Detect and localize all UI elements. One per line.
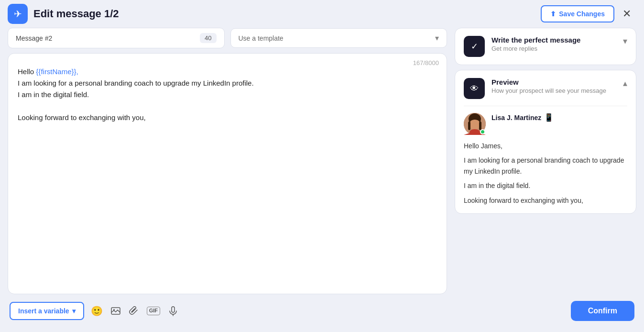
svg-rect-7 [172,307,175,312]
write-card-subtitle: Get more replies [491,45,616,52]
save-changes-button[interactable]: ⬆ Save Changes [541,5,614,22]
template-placeholder: Use a template [239,34,284,42]
main-content: Message #2 40 Use a template ▾ 167/8000 … [0,28,644,294]
svg-rect-4 [479,122,481,130]
chevron-down-icon: ▾ [435,33,439,43]
write-card-title-block: Write the perfect message Get more repli… [491,36,616,52]
editor-content: Hello {{firstName}}, I am looking for a … [18,66,437,123]
editor-column: Message #2 40 Use a template ▾ 167/8000 … [8,28,447,294]
insert-variable-button[interactable]: Insert a variable ▾ [10,302,84,320]
phone-emoji-icon: 📱 [544,113,554,122]
gif-button[interactable]: GIF [147,307,160,315]
preview-line2: I am in the digital field. [464,180,627,191]
preview-message-content: Lisa J. Martinez 📱 Hello James, I am loo… [464,113,627,206]
image-button[interactable] [110,306,121,316]
editor-line2: I am looking for a personal branding coa… [18,77,437,89]
message-label-box: Message #2 40 [8,28,225,48]
insert-variable-label: Insert a variable [18,307,69,315]
firstname-variable: {{firstName}}, [36,67,78,76]
header-left: ✈ Edit message 1/2 [8,4,119,24]
write-card-icon-box: ✓ [464,36,485,57]
write-perfect-message-card: ✓ Write the perfect message Get more rep… [455,28,636,65]
close-button[interactable]: ✕ [619,6,634,22]
preview-line3: Looking forward to exchanging with you, [464,195,627,206]
write-card-collapse-icon[interactable]: ▾ [623,36,627,46]
preview-card-collapse-icon[interactable]: ▴ [623,78,627,89]
preview-name-row: Lisa J. Martinez 📱 [491,113,554,122]
preview-card: 👁 Preview How your prospect will see you… [455,70,636,214]
emoji-button[interactable]: 🙂 [91,305,103,317]
editor-line3: I am in the digital field. [18,89,437,100]
preview-card-header: 👁 Preview How your prospect will see you… [464,78,627,106]
gif-label: GIF [147,307,160,315]
chevron-down-icon: ▾ [72,307,76,315]
voice-button[interactable] [168,306,178,316]
confirm-button[interactable]: Confirm [571,301,634,321]
page-title: Edit message 1/2 [33,8,119,20]
footer-left: Insert a variable ▾ 🙂 GIF [10,302,178,320]
preview-line1: I am looking for a personal branding coa… [464,155,627,177]
toolbar-icons: 🙂 GIF [91,305,178,317]
header-right: ⬆ Save Changes ✕ [541,5,634,22]
preview-card-icon-box: 👁 [464,78,485,99]
editor-area[interactable]: 167/8000 Hello {{firstName}}, I am looki… [8,53,447,294]
preview-card-subtitle: How your prospect will see your message [491,87,616,94]
char-count-badge: 40 [200,33,216,43]
svg-point-2 [469,119,480,130]
preview-card-title: Preview [491,78,616,86]
preview-message-body: Hello James, I am looking for a personal… [464,141,627,206]
right-panel: ✓ Write the perfect message Get more rep… [455,28,636,294]
eye-icon: 👁 [470,84,479,94]
char-limit-display: 167/8000 [413,59,439,66]
logo-icon: ✈ [8,4,28,24]
preview-sender-name: Lisa J. Martinez [491,114,541,122]
preview-avatar-wrap [464,113,486,135]
template-dropdown[interactable]: Use a template ▾ [230,28,448,48]
svg-rect-3 [468,122,470,130]
greeting-prefix: Hello [18,67,36,76]
preview-sender-info: Lisa J. Martinez 📱 [491,113,554,122]
controls-row: Message #2 40 Use a template ▾ [8,28,447,48]
checkmark-icon: ✓ [471,41,478,52]
preview-greeting: Hello James, [464,141,627,151]
header: ✈ Edit message 1/2 ⬆ Save Changes ✕ [0,0,644,28]
save-icon: ⬆ [550,10,556,18]
footer: Insert a variable ▾ 🙂 GIF [0,294,644,328]
online-indicator [480,129,485,134]
preview-card-title-block: Preview How your prospect will see your … [491,78,616,94]
write-card-title: Write the perfect message [491,36,616,44]
message-label: Message #2 [16,34,52,42]
editor-line4: Looking forward to exchanging with you, [18,112,437,123]
write-card-header: ✓ Write the perfect message Get more rep… [464,36,627,57]
attachment-button[interactable] [129,306,139,316]
